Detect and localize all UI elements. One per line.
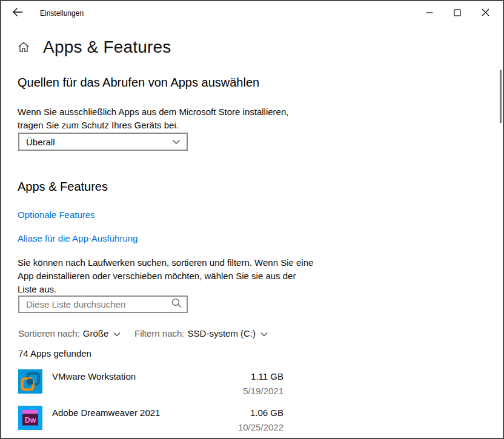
app-row-vmware-workstation[interactable]: VMware Workstation 1.11 GB 5/19/2021 xyxy=(18,368,284,402)
maximize-icon xyxy=(454,8,461,19)
window-title: Einstellungen xyxy=(40,9,84,18)
search-input[interactable] xyxy=(21,299,171,309)
page-header: Apps & Features xyxy=(17,38,171,57)
app-meta: 1.11 GB 5/19/2021 xyxy=(243,371,284,402)
features-description: Sie können nach Laufwerken suchen, sorti… xyxy=(18,256,313,296)
sources-description-line-1: Wenn Sie ausschließlich Apps aus dem Mic… xyxy=(18,105,288,119)
page-title: Apps & Features xyxy=(43,38,171,57)
maximize-button[interactable] xyxy=(443,5,471,22)
features-heading: Apps & Features xyxy=(18,180,108,194)
close-button[interactable] xyxy=(471,5,499,22)
vertical-scrollbar-thumb[interactable] xyxy=(500,70,502,123)
back-icon xyxy=(12,7,23,19)
app-size: 1.11 GB xyxy=(251,371,284,381)
chevron-down-icon xyxy=(260,328,268,338)
app-source-dropdown[interactable]: Überall xyxy=(18,133,188,151)
features-description-line-3: Liste aus. xyxy=(18,283,313,296)
close-icon xyxy=(482,8,489,19)
result-count: 74 Apps gefunden xyxy=(18,348,91,358)
sort-dropdown[interactable]: Sortieren nach: Größe xyxy=(18,328,121,338)
features-description-line-2: App deinstallieren oder verschieben möch… xyxy=(18,269,313,283)
svg-text:Dw: Dw xyxy=(25,416,36,424)
sort-label: Sortieren nach: xyxy=(18,328,80,338)
optional-features-link[interactable]: Optionale Features xyxy=(18,210,95,220)
back-button[interactable] xyxy=(10,7,25,20)
app-aliases-link[interactable]: Aliase für die App-Ausführung xyxy=(18,233,138,243)
app-name: Adobe Dreamweaver 2021 xyxy=(52,408,238,438)
features-description-line-1: Sie können nach Laufwerken suchen, sorti… xyxy=(18,256,313,269)
filter-label: Filtern nach: xyxy=(134,328,185,338)
filter-value: SSD-system (C:) xyxy=(188,328,256,338)
chevron-down-icon xyxy=(172,136,181,147)
app-size: 1.06 GB xyxy=(250,408,284,418)
app-list-search xyxy=(18,295,188,313)
vmware-workstation-app-icon xyxy=(18,369,42,394)
sources-description-line-2: tragen Sie zum Schutz Ihres Geräts bei. xyxy=(18,119,288,132)
app-name: VMware Workstation xyxy=(52,371,243,402)
sources-description: Wenn Sie ausschließlich Apps aus dem Mic… xyxy=(18,105,288,132)
settings-window: Einstellungen Apps & Features xyxy=(0,0,504,439)
app-row-adobe-dreamweaver[interactable]: Dw Adobe Dreamweaver 2021 1.06 GB 10/25/… xyxy=(18,404,284,438)
caption-buttons xyxy=(416,5,499,22)
sources-heading: Quellen für das Abrufen von Apps auswähl… xyxy=(18,76,259,90)
app-source-dropdown-value: Überall xyxy=(26,137,172,147)
filter-dropdown[interactable]: Filtern nach: SSD-system (C:) xyxy=(134,328,268,338)
adobe-dreamweaver-app-icon: Dw xyxy=(18,406,42,430)
chevron-down-icon xyxy=(113,328,121,338)
home-icon[interactable] xyxy=(17,41,30,54)
titlebar: Einstellungen xyxy=(1,1,503,25)
app-install-date: 5/19/2021 xyxy=(243,386,284,396)
app-install-date: 10/25/2022 xyxy=(238,422,284,432)
app-meta: 1.06 GB 10/25/2022 xyxy=(238,408,284,438)
minimize-button[interactable] xyxy=(416,5,443,22)
sort-value: Größe xyxy=(83,328,109,338)
minimize-icon xyxy=(426,8,433,19)
search-icon[interactable] xyxy=(171,298,182,311)
